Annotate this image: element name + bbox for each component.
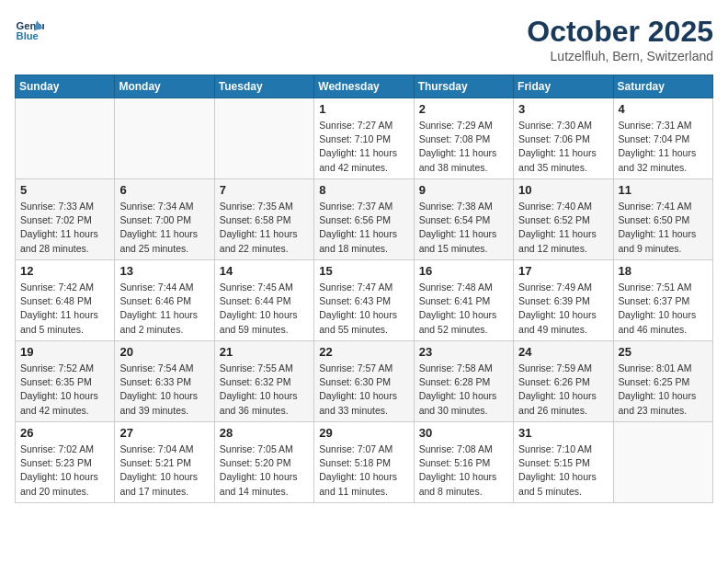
day-info: Sunrise: 7:49 AM Sunset: 6:39 PM Dayligh… bbox=[518, 281, 608, 337]
day-number: 17 bbox=[518, 264, 608, 278]
header-row: SundayMondayTuesdayWednesdayThursdayFrid… bbox=[16, 75, 713, 98]
location: Lutzelfluh, Bern, Switzerland bbox=[527, 49, 713, 63]
day-number: 23 bbox=[419, 345, 508, 359]
calendar-cell: 7Sunrise: 7:35 AM Sunset: 6:58 PM Daylig… bbox=[214, 179, 313, 260]
calendar-cell: 1Sunrise: 7:27 AM Sunset: 7:10 PM Daylig… bbox=[314, 98, 414, 179]
day-info: Sunrise: 7:34 AM Sunset: 7:00 PM Dayligh… bbox=[119, 200, 209, 256]
svg-text:Blue: Blue bbox=[17, 30, 39, 41]
day-info: Sunrise: 7:05 AM Sunset: 5:20 PM Dayligh… bbox=[220, 442, 309, 499]
calendar-cell: 10Sunrise: 7:40 AM Sunset: 6:52 PM Dayli… bbox=[514, 179, 613, 260]
day-info: Sunrise: 7:51 AM Sunset: 6:37 PM Dayligh… bbox=[619, 281, 708, 337]
day-number: 5 bbox=[20, 183, 109, 197]
calendar-cell: 25Sunrise: 8:01 AM Sunset: 6:25 PM Dayli… bbox=[613, 341, 712, 422]
calendar-cell bbox=[613, 422, 712, 503]
day-info: Sunrise: 7:27 AM Sunset: 7:10 PM Dayligh… bbox=[319, 119, 408, 175]
calendar-cell: 17Sunrise: 7:49 AM Sunset: 6:39 PM Dayli… bbox=[514, 260, 613, 341]
day-number: 9 bbox=[419, 183, 508, 197]
day-info: Sunrise: 7:44 AM Sunset: 6:46 PM Dayligh… bbox=[119, 281, 209, 337]
calendar-cell: 14Sunrise: 7:45 AM Sunset: 6:44 PM Dayli… bbox=[214, 260, 313, 341]
calendar-cell: 13Sunrise: 7:44 AM Sunset: 6:46 PM Dayli… bbox=[115, 260, 214, 341]
calendar-cell: 21Sunrise: 7:55 AM Sunset: 6:32 PM Dayli… bbox=[214, 341, 313, 422]
calendar-header: SundayMondayTuesdayWednesdayThursdayFrid… bbox=[16, 75, 713, 98]
day-number: 12 bbox=[20, 264, 109, 278]
day-info: Sunrise: 7:30 AM Sunset: 7:06 PM Dayligh… bbox=[518, 119, 608, 175]
day-info: Sunrise: 7:42 AM Sunset: 6:48 PM Dayligh… bbox=[20, 281, 109, 337]
day-info: Sunrise: 7:55 AM Sunset: 6:32 PM Dayligh… bbox=[220, 362, 309, 418]
day-info: Sunrise: 7:33 AM Sunset: 7:02 PM Dayligh… bbox=[20, 200, 109, 256]
day-number: 18 bbox=[619, 264, 708, 278]
weekday-header-thursday: Thursday bbox=[414, 75, 513, 98]
day-number: 11 bbox=[619, 183, 708, 197]
day-number: 21 bbox=[220, 345, 309, 359]
day-number: 15 bbox=[319, 264, 408, 278]
day-number: 29 bbox=[319, 426, 408, 440]
day-info: Sunrise: 7:08 AM Sunset: 5:16 PM Dayligh… bbox=[419, 442, 508, 499]
calendar-week-1: 5Sunrise: 7:33 AM Sunset: 7:02 PM Daylig… bbox=[16, 179, 713, 260]
day-info: Sunrise: 7:04 AM Sunset: 5:21 PM Dayligh… bbox=[119, 442, 209, 499]
day-info: Sunrise: 7:45 AM Sunset: 6:44 PM Dayligh… bbox=[220, 281, 309, 337]
calendar-cell: 12Sunrise: 7:42 AM Sunset: 6:48 PM Dayli… bbox=[16, 260, 115, 341]
day-number: 1 bbox=[319, 102, 408, 116]
title-block: October 2025 Lutzelfluh, Bern, Switzerla… bbox=[527, 15, 713, 63]
day-number: 2 bbox=[419, 102, 508, 116]
day-info: Sunrise: 7:29 AM Sunset: 7:08 PM Dayligh… bbox=[419, 119, 508, 175]
day-info: Sunrise: 7:07 AM Sunset: 5:18 PM Dayligh… bbox=[319, 442, 408, 499]
day-number: 20 bbox=[119, 345, 209, 359]
day-number: 7 bbox=[220, 183, 309, 197]
calendar-week-3: 19Sunrise: 7:52 AM Sunset: 6:35 PM Dayli… bbox=[16, 341, 713, 422]
day-info: Sunrise: 7:47 AM Sunset: 6:43 PM Dayligh… bbox=[319, 281, 408, 337]
weekday-header-monday: Monday bbox=[115, 75, 214, 98]
calendar-cell: 23Sunrise: 7:58 AM Sunset: 6:28 PM Dayli… bbox=[414, 341, 513, 422]
calendar-cell: 15Sunrise: 7:47 AM Sunset: 6:43 PM Dayli… bbox=[314, 260, 414, 341]
day-number: 13 bbox=[119, 264, 209, 278]
day-info: Sunrise: 7:52 AM Sunset: 6:35 PM Dayligh… bbox=[20, 362, 109, 418]
calendar-cell: 2Sunrise: 7:29 AM Sunset: 7:08 PM Daylig… bbox=[414, 98, 513, 179]
day-info: Sunrise: 7:35 AM Sunset: 6:58 PM Dayligh… bbox=[220, 200, 309, 256]
calendar-cell: 16Sunrise: 7:48 AM Sunset: 6:41 PM Dayli… bbox=[414, 260, 513, 341]
logo-icon: General Blue bbox=[15, 15, 44, 44]
calendar-cell: 22Sunrise: 7:57 AM Sunset: 6:30 PM Dayli… bbox=[314, 341, 414, 422]
weekday-header-wednesday: Wednesday bbox=[314, 75, 414, 98]
calendar-cell: 18Sunrise: 7:51 AM Sunset: 6:37 PM Dayli… bbox=[613, 260, 712, 341]
calendar-cell: 24Sunrise: 7:59 AM Sunset: 6:26 PM Dayli… bbox=[514, 341, 613, 422]
logo: General Blue bbox=[15, 15, 44, 44]
calendar-cell: 29Sunrise: 7:07 AM Sunset: 5:18 PM Dayli… bbox=[314, 422, 414, 503]
calendar-cell: 20Sunrise: 7:54 AM Sunset: 6:33 PM Dayli… bbox=[115, 341, 214, 422]
day-info: Sunrise: 7:10 AM Sunset: 5:15 PM Dayligh… bbox=[518, 442, 608, 499]
calendar-cell: 11Sunrise: 7:41 AM Sunset: 6:50 PM Dayli… bbox=[613, 179, 712, 260]
day-number: 27 bbox=[119, 426, 209, 440]
calendar-cell: 8Sunrise: 7:37 AM Sunset: 6:56 PM Daylig… bbox=[314, 179, 414, 260]
day-number: 24 bbox=[518, 345, 608, 359]
day-number: 4 bbox=[619, 102, 708, 116]
day-number: 25 bbox=[619, 345, 708, 359]
day-info: Sunrise: 7:59 AM Sunset: 6:26 PM Dayligh… bbox=[518, 362, 608, 418]
page-header: General Blue October 2025 Lutzelfluh, Be… bbox=[15, 15, 713, 63]
day-number: 22 bbox=[319, 345, 408, 359]
calendar-cell: 6Sunrise: 7:34 AM Sunset: 7:00 PM Daylig… bbox=[115, 179, 214, 260]
calendar-body: 1Sunrise: 7:27 AM Sunset: 7:10 PM Daylig… bbox=[16, 98, 713, 503]
calendar-week-4: 26Sunrise: 7:02 AM Sunset: 5:23 PM Dayli… bbox=[16, 422, 713, 503]
calendar-cell: 19Sunrise: 7:52 AM Sunset: 6:35 PM Dayli… bbox=[16, 341, 115, 422]
day-number: 10 bbox=[518, 183, 608, 197]
calendar-cell bbox=[214, 98, 313, 179]
weekday-header-tuesday: Tuesday bbox=[214, 75, 313, 98]
day-info: Sunrise: 7:54 AM Sunset: 6:33 PM Dayligh… bbox=[119, 362, 209, 418]
day-info: Sunrise: 8:01 AM Sunset: 6:25 PM Dayligh… bbox=[619, 362, 708, 418]
day-number: 16 bbox=[419, 264, 508, 278]
calendar-cell: 27Sunrise: 7:04 AM Sunset: 5:21 PM Dayli… bbox=[115, 422, 214, 503]
calendar-week-0: 1Sunrise: 7:27 AM Sunset: 7:10 PM Daylig… bbox=[16, 98, 713, 179]
day-info: Sunrise: 7:48 AM Sunset: 6:41 PM Dayligh… bbox=[419, 281, 508, 337]
calendar-cell bbox=[16, 98, 115, 179]
weekday-header-saturday: Saturday bbox=[613, 75, 712, 98]
calendar-cell bbox=[115, 98, 214, 179]
day-number: 26 bbox=[20, 426, 109, 440]
day-number: 30 bbox=[419, 426, 508, 440]
day-info: Sunrise: 7:57 AM Sunset: 6:30 PM Dayligh… bbox=[319, 362, 408, 418]
day-info: Sunrise: 7:37 AM Sunset: 6:56 PM Dayligh… bbox=[319, 200, 408, 256]
month-title: October 2025 bbox=[527, 15, 713, 49]
day-info: Sunrise: 7:41 AM Sunset: 6:50 PM Dayligh… bbox=[619, 200, 708, 256]
calendar-cell: 3Sunrise: 7:30 AM Sunset: 7:06 PM Daylig… bbox=[514, 98, 613, 179]
day-number: 28 bbox=[220, 426, 309, 440]
calendar-cell: 31Sunrise: 7:10 AM Sunset: 5:15 PM Dayli… bbox=[514, 422, 613, 503]
day-info: Sunrise: 7:58 AM Sunset: 6:28 PM Dayligh… bbox=[419, 362, 508, 418]
